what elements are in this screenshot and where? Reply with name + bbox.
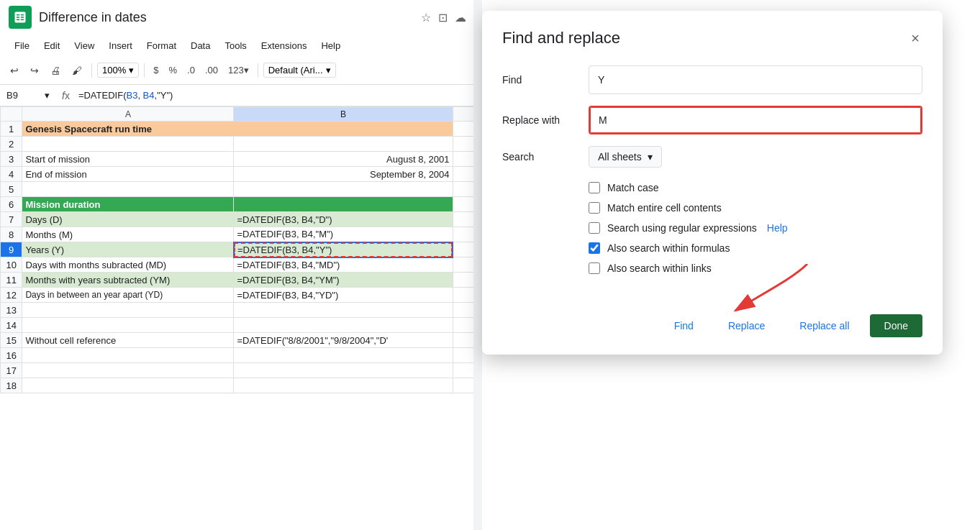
match-case-checkbox[interactable] (589, 182, 600, 193)
cloud-icon[interactable]: ☁ (455, 11, 466, 24)
search-value: All sheets (598, 151, 642, 163)
cell-b4[interactable]: September 8, 2004 (234, 167, 453, 182)
col-header-a[interactable]: A (22, 107, 234, 122)
row-header-6[interactable]: 6 (1, 197, 22, 212)
cell-a4[interactable]: End of mission (22, 167, 234, 182)
font-selector[interactable]: Default (Ari... ▾ (263, 63, 336, 78)
search-dropdown[interactable]: All sheets ▾ (589, 146, 662, 168)
cell-b17[interactable] (234, 363, 453, 378)
cell-a6[interactable]: Mission duration (22, 197, 234, 212)
cell-b7[interactable]: =DATEDIF(B3, B4,"D") (234, 212, 453, 227)
table-row: 3 Start of mission August 8, 2001 (1, 152, 475, 167)
table-row: 11 Months with years subtracted (YM) =DA… (1, 273, 475, 288)
cell-b8[interactable]: =DATEDIF(B3, B4,"M") (234, 227, 453, 242)
match-case-row: Match case (589, 182, 922, 193)
cell-a18[interactable] (22, 378, 234, 393)
star-icon[interactable]: ☆ (421, 11, 431, 24)
find-input[interactable] (589, 65, 922, 94)
row-header-8[interactable]: 8 (1, 227, 22, 242)
table-row: 4 End of mission September 8, 2004 (1, 167, 475, 182)
cell-b15[interactable]: =DATEDIF("8/8/2001","9/8/2004","D' (234, 333, 453, 348)
cell-a14[interactable] (22, 318, 234, 333)
cell-b16[interactable] (234, 348, 453, 363)
row-header-7[interactable]: 7 (1, 212, 22, 227)
menu-help[interactable]: Help (315, 38, 346, 53)
cell-a15[interactable]: Without cell reference (22, 333, 234, 348)
formulas-checkbox[interactable] (589, 242, 600, 254)
row-header-5[interactable]: 5 (1, 182, 22, 197)
cell-b10[interactable]: =DATEDIF(B3, B4,"MD") (234, 257, 453, 273)
cell-a5[interactable] (22, 182, 234, 197)
row-header-10[interactable]: 10 (1, 257, 22, 273)
cell-a10[interactable]: Days with months subracted (MD) (22, 257, 234, 273)
row-header-13[interactable]: 13 (1, 303, 22, 318)
cell-b5[interactable] (234, 182, 453, 197)
menu-tools[interactable]: Tools (219, 38, 252, 53)
cell-a7[interactable]: Days (D) (22, 212, 234, 227)
percent-button[interactable]: % (165, 63, 181, 78)
paint-button[interactable]: 🖌 (68, 62, 86, 79)
more-formats-button[interactable]: 123▾ (224, 63, 253, 78)
links-checkbox[interactable] (589, 262, 600, 274)
row-header-16[interactable]: 16 (1, 348, 22, 363)
row-header-2[interactable]: 2 (1, 137, 22, 152)
cell-a13[interactable] (22, 303, 234, 318)
cell-a3[interactable]: Start of mission (22, 152, 234, 167)
zoom-control[interactable]: 100% ▾ (97, 63, 139, 78)
col-header-b[interactable]: B (234, 107, 453, 122)
cell-a17[interactable] (22, 363, 234, 378)
regex-help-link[interactable]: Help (767, 222, 788, 234)
cell-b14[interactable] (234, 318, 453, 333)
cell-a2[interactable] (22, 137, 234, 152)
row-header-3[interactable]: 3 (1, 152, 22, 167)
cell-a1[interactable]: Genesis Spacecraft run time (22, 122, 453, 137)
cell-b3[interactable]: August 8, 2001 (234, 152, 453, 167)
cell-reference[interactable]: B9 ▾ (3, 88, 53, 103)
app-icon (9, 6, 32, 29)
cell-a16[interactable] (22, 348, 234, 363)
print-button[interactable]: 🖨 (46, 62, 65, 79)
menu-insert[interactable]: Insert (103, 38, 138, 53)
menu-edit[interactable]: Edit (38, 38, 65, 53)
row-header-4[interactable]: 4 (1, 167, 22, 182)
row-header-12[interactable]: 12 (1, 288, 22, 303)
cell-b11[interactable]: =DATEDIF(B3, B4,"YM") (234, 273, 453, 288)
row-header-9[interactable]: 9 (1, 242, 22, 257)
cell-b9[interactable]: =DATEDIF(B3, B4,"Y") (234, 242, 453, 257)
title-bar: Difference in dates ☆ ⊡ ☁ (0, 0, 475, 35)
table-row: 1 Genesis Spacecraft run time (1, 122, 475, 137)
replace-input[interactable] (589, 106, 922, 134)
menu-extensions[interactable]: Extensions (255, 38, 313, 53)
row-header-14[interactable]: 14 (1, 318, 22, 333)
undo-button[interactable]: ↩ (6, 62, 23, 79)
menu-data[interactable]: Data (185, 38, 216, 53)
menu-view[interactable]: View (68, 38, 100, 53)
row-header-15[interactable]: 15 (1, 333, 22, 348)
row-header-18[interactable]: 18 (1, 378, 22, 393)
currency-button[interactable]: $ (150, 63, 162, 78)
regex-checkbox[interactable] (589, 222, 600, 234)
decimal-inc-button[interactable]: .00 (201, 63, 222, 78)
row-header-11[interactable]: 11 (1, 273, 22, 288)
done-button[interactable]: Done (870, 314, 922, 337)
cell-a9[interactable]: Years (Y) (22, 242, 234, 257)
menu-format[interactable]: Format (141, 38, 182, 53)
row-header-1[interactable]: 1 (1, 122, 22, 137)
cell-b18[interactable] (234, 378, 453, 393)
fx-icon: fx (58, 90, 74, 101)
cell-b2[interactable] (234, 137, 453, 152)
redo-button[interactable]: ↪ (26, 62, 43, 79)
cell-a11[interactable]: Months with years subtracted (YM) (22, 273, 234, 288)
cell-b13[interactable] (234, 303, 453, 318)
dialog-close-button[interactable]: × (908, 28, 922, 48)
menu-file[interactable]: File (9, 38, 35, 53)
cell-a8[interactable]: Months (M) (22, 227, 234, 242)
cell-b12[interactable]: =DATEDIF(B3, B4,"YD") (234, 288, 453, 303)
cell-b6[interactable] (234, 197, 453, 212)
arrow-container (502, 285, 922, 300)
row-header-17[interactable]: 17 (1, 363, 22, 378)
match-entire-checkbox[interactable] (589, 202, 600, 214)
cell-a12[interactable]: Days in between an year apart (YD) (22, 288, 234, 303)
decimal-dec-button[interactable]: .0 (183, 63, 199, 78)
folder-icon[interactable]: ⊡ (438, 11, 448, 24)
